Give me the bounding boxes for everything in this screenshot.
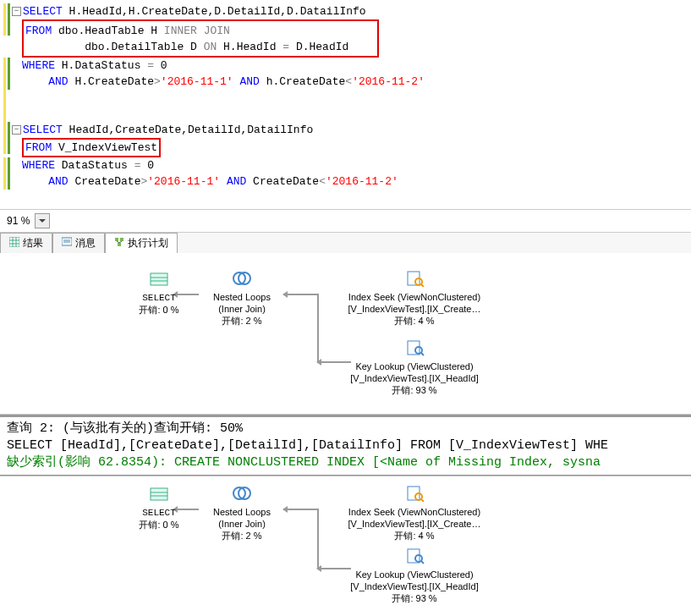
zoom-value: 91 % xyxy=(7,215,30,227)
missing-index-hint: 缺少索引(影响 62.8354): CREATE NONCLUSTERED IN… xyxy=(7,454,684,471)
key-lookup-icon xyxy=(404,547,425,564)
grid-icon xyxy=(9,237,19,250)
fold-icon[interactable]: − xyxy=(12,125,21,135)
tab-messages[interactable]: 消息 xyxy=(52,233,105,253)
nested-loops-icon xyxy=(232,270,252,287)
svg-line-23 xyxy=(421,353,424,355)
index-seek-icon xyxy=(404,270,425,287)
svg-rect-8 xyxy=(115,238,118,241)
fold-icon[interactable]: − xyxy=(12,7,21,16)
plan-node-select[interactable]: SELECT 开销: 0 % xyxy=(134,270,184,316)
plan-node-lookup[interactable]: Key Lookup (ViewClustered) [V_IndexViewT… xyxy=(330,339,499,396)
zoom-dropdown[interactable] xyxy=(35,213,50,228)
svg-rect-9 xyxy=(120,238,123,241)
plan-node-select[interactable]: SELECT 开销: 0 % xyxy=(134,485,184,531)
message-icon xyxy=(62,237,72,250)
select-icon xyxy=(149,485,169,502)
svg-rect-0 xyxy=(9,237,19,247)
svg-line-31 xyxy=(421,499,424,502)
zoom-bar: 91 % xyxy=(0,209,691,232)
plan-node-loops[interactable]: Nested Loops (Inner Join) 开销: 2 % xyxy=(200,485,284,542)
select-icon xyxy=(149,270,169,287)
svg-line-11 xyxy=(117,241,119,243)
result-tabs: 结果 消息 执行计划 xyxy=(0,232,691,253)
execution-plan-1[interactable]: SELECT 开销: 0 % Nested Loops (Inner Join)… xyxy=(0,253,691,415)
plan-node-lookup[interactable]: Key Lookup (ViewClustered) [V_IndexViewT… xyxy=(330,547,499,604)
plan-icon xyxy=(114,237,124,250)
nested-loops-icon xyxy=(232,485,252,502)
execution-plan-2[interactable]: SELECT 开销: 0 % Nested Loops (Inner Join)… xyxy=(0,476,691,608)
key-lookup-icon xyxy=(404,339,425,356)
query2-header: 查询 2: (与该批有关的)查询开销: 50% SELECT [HeadId],… xyxy=(0,417,691,475)
svg-line-34 xyxy=(421,561,424,564)
plan-node-seek[interactable]: Index Seek (ViewNonClustered) [V_IndexVi… xyxy=(330,485,499,542)
svg-line-20 xyxy=(421,284,424,287)
svg-rect-13 xyxy=(151,273,167,285)
svg-line-12 xyxy=(119,241,122,243)
plan-node-seek[interactable]: Index Seek (ViewNonClustered) [V_IndexVi… xyxy=(330,270,499,327)
tab-plan[interactable]: 执行计划 xyxy=(105,233,178,253)
svg-rect-10 xyxy=(118,243,121,246)
tab-results[interactable]: 结果 xyxy=(0,233,52,253)
plan-node-loops[interactable]: Nested Loops (Inner Join) 开销: 2 % xyxy=(200,270,284,327)
svg-rect-24 xyxy=(151,488,167,500)
sql-editor[interactable]: −SELECT H.HeadId,H.CreateDate,D.DetailId… xyxy=(0,0,691,209)
index-seek-icon xyxy=(404,485,425,502)
